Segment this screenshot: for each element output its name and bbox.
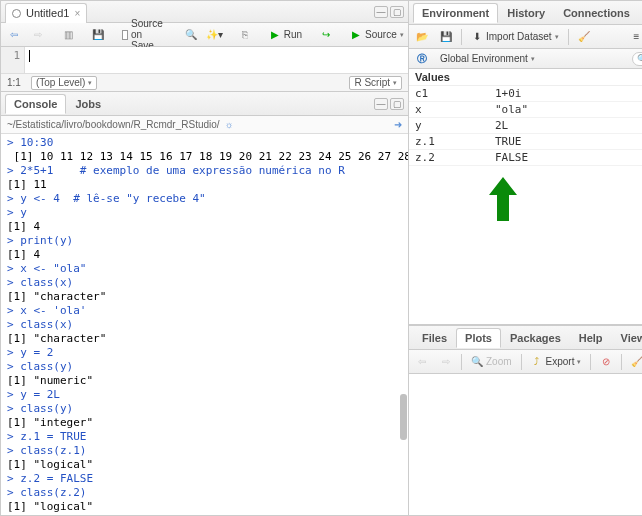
console-line: [1] 4 xyxy=(7,248,402,262)
r-logo-icon: Ⓡ xyxy=(413,52,431,66)
env-scopebar: Ⓡ Global Environment ▾ 🔍 xyxy=(409,49,642,69)
maximize-icon[interactable]: ▢ xyxy=(390,6,404,18)
scrollbar-thumb[interactable] xyxy=(400,394,407,440)
env-section-values: Values xyxy=(409,69,642,86)
console-line: > z.2 = FALSE xyxy=(7,472,402,486)
tab-console[interactable]: Console xyxy=(5,94,66,114)
unsaved-dot-icon xyxy=(12,9,21,18)
env-tabs: Environment History Connections Git — ▢ xyxy=(409,1,642,25)
env-variable-row[interactable]: x"ola" xyxy=(409,102,642,118)
scope-selector[interactable]: (Top Level)▾ xyxy=(31,76,97,90)
report-button[interactable]: ⎘ xyxy=(236,28,254,42)
env-variable-row[interactable]: z.1TRUE xyxy=(409,134,642,150)
save-workspace-button[interactable]: 💾 xyxy=(437,30,455,44)
console-line: [1] "integer" xyxy=(7,416,402,430)
minimize-icon[interactable]: — xyxy=(374,98,388,110)
plot-next-button[interactable]: ⇨ xyxy=(437,355,455,369)
green-arrow-annotation xyxy=(489,177,517,221)
console-line: > print(y) xyxy=(7,234,402,248)
tab-viewer[interactable]: Viewer xyxy=(612,328,642,348)
import-dataset-button[interactable]: ⬇Import Dataset ▾ xyxy=(468,30,562,44)
source-button[interactable]: ▶Source ▾ xyxy=(347,28,407,42)
console-output[interactable]: > 10:30 [1] 10 11 12 13 14 15 16 17 18 1… xyxy=(1,134,408,515)
load-workspace-button[interactable]: 📂 xyxy=(413,30,431,44)
console-line: [1] "character" xyxy=(7,290,402,304)
language-selector[interactable]: R Script▾ xyxy=(349,76,402,90)
export-button[interactable]: ⤴Export ▾ xyxy=(528,355,585,369)
minimize-icon[interactable]: — xyxy=(374,6,388,18)
tab-files[interactable]: Files xyxy=(413,328,456,348)
console-line: > class(z.2) xyxy=(7,486,402,500)
find-button[interactable]: 🔍 xyxy=(182,28,200,42)
console-line: > 2*5+1 # exemplo de uma expressão numér… xyxy=(7,164,402,178)
view-mode-button[interactable]: ≡List▾ xyxy=(627,30,642,44)
var-name: z.2 xyxy=(415,151,495,164)
files-tabs: Files Plots Packages Help Viewer — ▢ xyxy=(409,326,642,350)
console-line: > y = 2 xyxy=(7,346,402,360)
env-variable-row[interactable]: c11+0i xyxy=(409,86,642,102)
source-tab-label: Untitled1 xyxy=(26,7,69,19)
run-button[interactable]: ▶Run xyxy=(266,28,305,42)
source-tabbar: Untitled1 × — ▢ xyxy=(1,1,408,23)
console-line: [1] "character" xyxy=(7,332,402,346)
zoom-label: Zoom xyxy=(486,356,512,367)
clear-workspace-button[interactable]: 🧹 xyxy=(575,30,593,44)
wand-button[interactable]: ✨▾ xyxy=(206,28,224,42)
source-editor[interactable]: 1 xyxy=(1,47,408,73)
env-toolbar: 📂 💾 ⬇Import Dataset ▾ 🧹 ≡List▾ ⟳ xyxy=(409,25,642,49)
console-pane: Console Jobs — ▢ ~/Estatistica/livro/boo… xyxy=(1,92,408,515)
plots-body xyxy=(409,374,642,515)
console-line: > class(x) xyxy=(7,276,402,290)
env-variable-row[interactable]: z.2FALSE xyxy=(409,150,642,166)
show-in-new-window-button[interactable]: ▥ xyxy=(59,28,77,42)
tab-jobs[interactable]: Jobs xyxy=(66,94,110,114)
console-line: > x <- 'ola' xyxy=(7,304,402,318)
console-tabs: Console Jobs — ▢ xyxy=(1,92,408,116)
console-line: > 10:30 xyxy=(7,136,402,150)
var-value: 1+0i xyxy=(495,87,642,100)
plot-prev-button[interactable]: ⇦ xyxy=(413,355,431,369)
tab-help[interactable]: Help xyxy=(570,328,612,348)
tab-environment[interactable]: Environment xyxy=(413,3,498,23)
source-statusbar: 1:1 (Top Level)▾ R Script▾ xyxy=(1,73,408,91)
remove-plot-button[interactable]: ⊘ xyxy=(597,355,615,369)
forward-button[interactable]: ⇨ xyxy=(29,28,47,42)
console-line: [1] 4 xyxy=(7,220,402,234)
var-value: "ola" xyxy=(495,103,642,116)
close-icon[interactable]: × xyxy=(74,8,80,19)
tab-connections[interactable]: Connections xyxy=(554,3,639,23)
left-column: Untitled1 × — ▢ ⇦ ⇨ ▥ 💾 Source on Save xyxy=(1,1,409,515)
rerun-button[interactable]: ↪ xyxy=(317,28,335,42)
cursor-position: 1:1 xyxy=(7,77,21,88)
run-label: Run xyxy=(284,29,302,40)
scope-selector[interactable]: Global Environment ▾ xyxy=(437,52,538,65)
maximize-icon[interactable]: ▢ xyxy=(390,98,404,110)
console-line: > class(z.1) xyxy=(7,444,402,458)
search-icon: 🔍 xyxy=(637,54,642,64)
export-label: Export xyxy=(546,356,575,367)
wd-picker-icon[interactable]: ☼ xyxy=(222,118,237,131)
tab-plots[interactable]: Plots xyxy=(456,328,501,348)
import-dataset-label: Import Dataset xyxy=(486,31,552,42)
var-name: z.1 xyxy=(415,135,495,148)
var-name: y xyxy=(415,119,495,132)
var-value: TRUE xyxy=(495,135,642,148)
var-value: 2L xyxy=(495,119,642,132)
console-line: [1] 10 11 12 13 14 15 16 17 18 19 20 21 … xyxy=(7,150,402,164)
save-button[interactable]: 💾 xyxy=(89,28,107,42)
back-button[interactable]: ⇦ xyxy=(5,28,23,42)
tab-packages[interactable]: Packages xyxy=(501,328,570,348)
goto-wd-icon[interactable]: ➜ xyxy=(394,119,402,130)
source-tab-untitled1[interactable]: Untitled1 × xyxy=(5,3,87,23)
console-line: > x <- "ola" xyxy=(7,262,402,276)
zoom-button[interactable]: 🔍Zoom xyxy=(468,355,515,369)
console-line: [1] "logical" xyxy=(7,458,402,472)
console-line: > y xyxy=(7,206,402,220)
console-pathbar: ~/Estatistica/livro/bookdown/R_Rcmdr_RSt… xyxy=(1,116,408,134)
tab-history[interactable]: History xyxy=(498,3,554,23)
editor-code-area[interactable] xyxy=(25,47,408,73)
env-variable-row[interactable]: y2L xyxy=(409,118,642,134)
clear-plots-button[interactable]: 🧹 xyxy=(628,355,642,369)
env-search[interactable]: 🔍 xyxy=(632,52,642,66)
console-line: > class(y) xyxy=(7,402,402,416)
